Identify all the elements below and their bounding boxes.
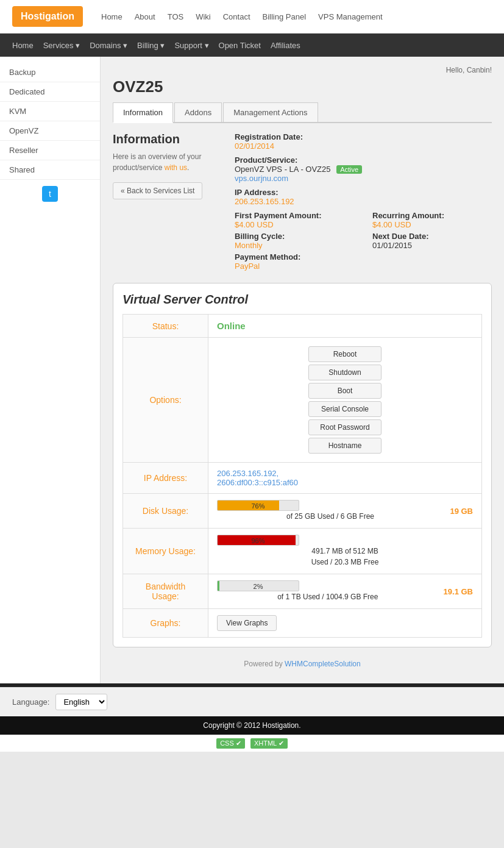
page-title: OVZ25 (113, 77, 492, 96)
vsc-ip-label: IP Address: (123, 463, 208, 494)
vsc-disk-label: Disk Usage: (123, 494, 208, 529)
language-select[interactable]: English French German Spanish (55, 694, 107, 710)
billing-cycle-value: Monthly (235, 241, 354, 250)
vsc-ip-value: 206.253.165.192,2606:df00:3::c915:af60 (217, 469, 298, 487)
payment-method-block: Payment Method: PayPal (235, 252, 354, 271)
disk-progress-info: of 25 GB Used / 6 GB Free (217, 511, 444, 522)
vsc-graphs-row: Graphs: View Graphs (123, 609, 482, 638)
vsc-bandwidth-row: BandwidthUsage: 2% of 1 TB Used / 1004.9… (123, 574, 482, 609)
powered-by: Powered by WHMCompleteSolution (113, 660, 492, 668)
disk-progress-bar-container: 76% (217, 500, 299, 511)
sidebar-social: t (0, 180, 100, 208)
tab-information[interactable]: Information (113, 102, 173, 123)
vsc-status-label: Status: (123, 315, 208, 338)
info-link[interactable]: with us (165, 163, 187, 172)
footer-copyright: Copyright © 2012 Hostigation. (0, 716, 504, 735)
nav-billing-panel[interactable]: Billing Panel (263, 12, 307, 21)
subnav-home[interactable]: Home (12, 41, 34, 50)
subnav-billing[interactable]: Billing ▾ (137, 41, 165, 50)
shutdown-button[interactable]: Shutdown (308, 365, 382, 380)
sidebar-item-reseller[interactable]: Reseller (0, 141, 100, 160)
registration-date-label: Registration Date: (235, 132, 492, 141)
nav-about[interactable]: About (135, 12, 155, 21)
nav-wiki[interactable]: Wiki (196, 12, 211, 21)
vsc-status-value-cell: Online (208, 315, 482, 338)
subnav-support[interactable]: Support ▾ (174, 41, 208, 50)
bandwidth-progress-bar-container: 2% (217, 580, 299, 591)
nav-vps-management[interactable]: VPS Management (318, 12, 383, 21)
services-dropdown-arrow: ▾ (76, 41, 80, 50)
subnav-services[interactable]: Services ▾ (43, 41, 80, 50)
tab-addons[interactable]: Addons (174, 102, 222, 122)
powered-by-link[interactable]: WHMCompleteSolution (285, 660, 361, 668)
css-validator-badge[interactable]: CSS ✔ (216, 738, 245, 749)
support-dropdown-arrow: ▾ (205, 41, 209, 50)
billing-info-grid: First Payment Amount: $4.00 USD Recurrin… (235, 211, 492, 271)
product-service-value: OpenVZ VPS - LA - OVZ25 Active vps.ourjn… (235, 165, 492, 183)
vsc-disk-row: Disk Usage: 76% of 25 GB Used / 6 GB Fre… (123, 494, 482, 529)
info-right-panel: Registration Date: 02/01/2014 Product/Se… (235, 132, 492, 271)
language-bar: Language: English French German Spanish (0, 687, 504, 716)
sidebar-item-backup[interactable]: Backup (0, 63, 100, 82)
memory-progress-block: 96% 491.7 MB of 512 MBUsed / 20.3 MB Fre… (217, 535, 473, 568)
root-password-button[interactable]: Root Password (308, 419, 382, 435)
sub-navigation: Home Services ▾ Domains ▾ Billing ▾ Supp… (0, 34, 504, 57)
registration-date-row: Registration Date: 02/01/2014 (235, 132, 492, 151)
vsc-ip-cell: 206.253.165.192,2606:df00:3::c915:af60 (208, 463, 482, 494)
ip-address-label: IP Address: (235, 188, 492, 197)
billing-cycle-block: Billing Cycle: Monthly (235, 232, 354, 250)
subnav-affiliates[interactable]: Affiliates (271, 41, 300, 50)
first-payment-label: First Payment Amount: (235, 211, 354, 220)
subnav-open-ticket[interactable]: Open Ticket (219, 41, 261, 50)
vsc-ip-row: IP Address: 206.253.165.192,2606:df00:3:… (123, 463, 482, 494)
view-graphs-button[interactable]: View Graphs (217, 615, 277, 631)
xhtml-validator-badge[interactable]: XHTML ✔ (250, 738, 288, 749)
tabs: Information Addons Management Actions (113, 102, 492, 123)
vsc-memory-cell: 96% 491.7 MB of 512 MBUsed / 20.3 MB Fre… (208, 529, 482, 574)
powered-by-text: Powered by (244, 660, 282, 668)
next-due-label: Next Due Date: (372, 232, 492, 241)
info-section: Information Here is an overview of your … (113, 132, 492, 271)
vsc-graphs-cell: View Graphs (208, 609, 482, 638)
serial-console-button[interactable]: Serial Console (308, 401, 382, 417)
memory-progress-label: 96% (218, 535, 299, 546)
sidebar: Backup Dedicated KVM OpenVZ Reseller Sha… (0, 57, 101, 683)
sidebar-item-shared[interactable]: Shared (0, 160, 100, 180)
vsc-bandwidth-cell: 2% of 1 TB Used / 1004.9 GB Free 19.1 GB (208, 574, 482, 609)
vsc-memory-label: Memory Usage: (123, 529, 208, 574)
nav-contact[interactable]: Contact (223, 12, 250, 21)
nav-tos[interactable]: TOS (168, 12, 184, 21)
next-due-block: Next Due Date: 01/01/2015 (372, 232, 492, 250)
registration-date-value: 02/01/2014 (235, 141, 492, 151)
reboot-button[interactable]: Reboot (308, 346, 382, 362)
hello-bar: Hello, Canbin! (113, 66, 492, 74)
vsc-graphs-label: Graphs: (123, 609, 208, 638)
sidebar-item-dedicated[interactable]: Dedicated (0, 82, 100, 102)
recurring-block: Recurring Amount: $4.00 USD (372, 211, 492, 229)
vsc-disk-cell: 76% of 25 GB Used / 6 GB Free 19 GB (208, 494, 482, 529)
payment-method-label: Payment Method: (235, 252, 354, 262)
sidebar-item-openvz[interactable]: OpenVZ (0, 121, 100, 141)
hostname-button[interactable]: Hostname (308, 438, 382, 454)
back-to-services-button[interactable]: « Back to Services List (113, 182, 202, 199)
disk-progress-label: 76% (218, 501, 299, 511)
payment-method-value: PayPal (235, 262, 354, 271)
disk-progress-wrap: 76% of 25 GB Used / 6 GB Free 19 GB (217, 500, 473, 522)
vsc-options-row: Options: Reboot Shutdown Boot Serial Con… (123, 338, 482, 463)
virtual-server-control: Virtual Server Control Status: Online Op… (113, 283, 492, 647)
twitter-icon[interactable]: t (42, 186, 58, 202)
nav-home[interactable]: Home (101, 12, 122, 21)
bandwidth-progress-block: 2% of 1 TB Used / 1004.9 GB Free (217, 580, 439, 602)
first-payment-block: First Payment Amount: $4.00 USD (235, 211, 354, 229)
disk-gb-value: 19 GB (449, 507, 473, 516)
tab-management-actions[interactable]: Management Actions (223, 102, 318, 122)
product-link[interactable]: vps.ourjnu.com (235, 174, 288, 183)
vsc-memory-row: Memory Usage: 96% 491.7 MB of 512 MBUsed… (123, 529, 482, 574)
sidebar-item-kvm[interactable]: KVM (0, 102, 100, 121)
boot-button[interactable]: Boot (308, 383, 382, 399)
next-due-value: 01/01/2015 (372, 241, 492, 250)
subnav-domains[interactable]: Domains ▾ (90, 41, 127, 50)
site-logo[interactable]: Hostigation (12, 6, 83, 27)
vsc-options-cell: Reboot Shutdown Boot Serial Console Root… (208, 338, 482, 463)
billing-cycle-label: Billing Cycle: (235, 232, 354, 241)
